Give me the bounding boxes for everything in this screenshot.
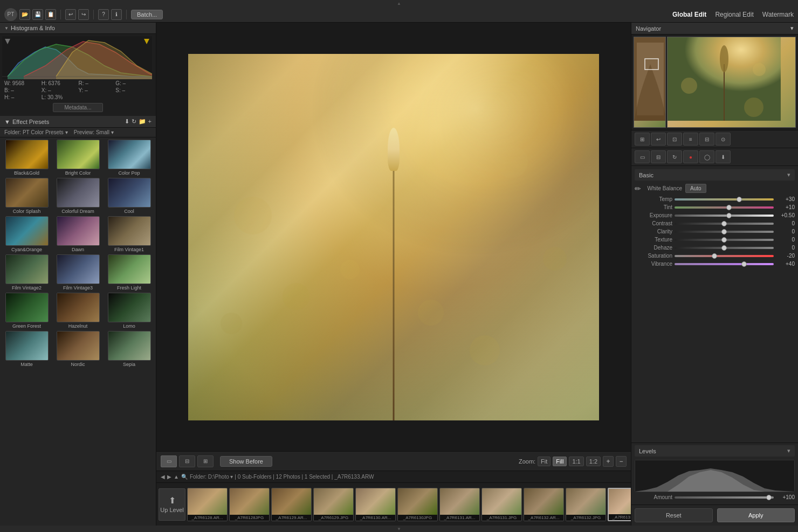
metadata-button[interactable]: Metadata...	[53, 103, 102, 112]
tint-slider[interactable]	[675, 206, 774, 209]
preset-item-fresh-light[interactable]: Fresh Light	[105, 254, 154, 291]
reset-button[interactable]: Reset	[635, 508, 713, 522]
search-icon[interactable]: 🔍	[181, 474, 188, 480]
top-handle[interactable]: ▲	[0, 0, 798, 6]
add-preset-icon[interactable]: +	[148, 118, 152, 125]
saturation-thumb[interactable]	[712, 253, 717, 259]
nav-up[interactable]: ▲	[174, 474, 179, 480]
texture-slider[interactable]	[675, 239, 774, 241]
amount-slider[interactable]	[675, 496, 774, 499]
refresh-preset-icon[interactable]: ↻	[132, 118, 136, 125]
zoom-fit[interactable]: Fit	[538, 457, 551, 466]
crop-icon[interactable]: ⊡	[667, 133, 682, 146]
zoom-in-btn[interactable]: +	[603, 456, 614, 467]
view-split-v-btn[interactable]: ⊞	[197, 455, 214, 467]
preset-item-color-pop[interactable]: Color Pop	[105, 140, 154, 176]
preset-item-nordic[interactable]: Nordic	[53, 331, 102, 367]
film-thumb-0[interactable]: _A7R6128.AR...	[187, 488, 228, 521]
up-level-button[interactable]: ⬆ Up Level	[159, 488, 185, 521]
undo-icon[interactable]: ↩	[65, 9, 76, 20]
regional-edit-tab[interactable]: Regional Edit	[715, 11, 753, 18]
save-icon[interactable]: 💾	[32, 9, 43, 20]
basic-panel-header[interactable]: Basic ▾	[635, 169, 795, 181]
preset-item-colorful-dream[interactable]: Colorful Dream	[53, 178, 102, 214]
watermark-tab[interactable]: Watermark	[762, 11, 794, 18]
preset-item-color-splash[interactable]: Color Splash	[2, 178, 51, 214]
show-before-button[interactable]: Show Before	[220, 456, 272, 467]
color-icon[interactable]: ≡	[683, 133, 698, 146]
histogram-header[interactable]: ▼ Histogram & Info	[0, 23, 156, 34]
stamp-icon[interactable]: ⊟	[651, 150, 666, 163]
temp-slider[interactable]	[675, 198, 774, 201]
download-preset-icon[interactable]: ⬇	[125, 118, 129, 125]
folder-label[interactable]: Folder: PT Color Presets ▾	[4, 129, 68, 135]
frame-icon[interactable]: ▭	[635, 150, 650, 163]
clarity-thumb[interactable]	[721, 229, 727, 234]
preview-label[interactable]: Preview: Small ▾	[74, 129, 114, 135]
preset-item-hazelnut[interactable]: Hazelnut	[53, 293, 102, 329]
ring-icon[interactable]: ◯	[699, 150, 714, 163]
navigator-dropdown-icon[interactable]: ▾	[790, 25, 794, 32]
preset-item-cyan-orange[interactable]: Cyan&Orange	[2, 216, 51, 252]
nav-thumb-small[interactable]	[634, 37, 666, 128]
film-thumb-4[interactable]: _A7R6130.AR...	[355, 488, 396, 521]
folder-preset-icon[interactable]: 📁	[139, 118, 146, 125]
adjust-icon[interactable]: ⊞	[635, 133, 650, 146]
save-as-icon[interactable]: 📋	[45, 9, 56, 20]
redo-icon[interactable]: ↪	[78, 9, 89, 20]
info-icon[interactable]: ℹ	[111, 9, 122, 20]
view-split-h-btn[interactable]: ⊟	[179, 455, 195, 467]
film-thumb-10[interactable]: _A7R6133.AR...	[608, 488, 631, 521]
film-thumb-8[interactable]: _A7R6132.AR...	[524, 488, 564, 521]
texture-thumb[interactable]	[721, 237, 727, 243]
navigator-header[interactable]: Navigator ▾	[631, 23, 798, 34]
vibrance-slider[interactable]	[675, 263, 774, 265]
view-single-btn[interactable]: ▭	[161, 455, 177, 467]
nav-forward[interactable]: ▶	[167, 474, 171, 480]
refresh-icon[interactable]: ↻	[667, 150, 682, 163]
exposure-thumb[interactable]	[726, 213, 732, 218]
eyedropper-icon[interactable]: ✏	[635, 184, 641, 193]
apply-button[interactable]: Apply	[717, 508, 795, 522]
global-edit-tab[interactable]: Global Edit	[672, 11, 706, 18]
preset-item-sepia[interactable]: Sepia	[105, 331, 154, 367]
zoom-fill[interactable]: Fill	[553, 457, 567, 466]
contrast-slider[interactable]	[675, 223, 774, 225]
film-thumb-5[interactable]: _A7R6130JPG	[397, 488, 438, 521]
help-icon[interactable]: ?	[98, 9, 109, 20]
film-thumb-2[interactable]: _A7R6129.AR...	[271, 488, 312, 521]
eye-icon[interactable]: ●	[683, 150, 698, 163]
preset-item-film-vintage3[interactable]: Film Vintage3	[53, 254, 102, 291]
preset-item-cool[interactable]: Cool	[105, 178, 154, 214]
exposure-slider[interactable]	[675, 215, 774, 217]
preset-item-film-vintage1[interactable]: Film Vintage1	[105, 216, 154, 252]
levels-header[interactable]: Levels ▾	[635, 445, 795, 457]
equalizer-icon[interactable]: ⊟	[699, 133, 714, 146]
white-balance-auto-btn[interactable]: Auto	[685, 184, 706, 193]
film-thumb-7[interactable]: _A7R6131.JPG	[481, 488, 522, 521]
tint-thumb[interactable]	[726, 205, 732, 210]
rotate-icon[interactable]: ↩	[651, 133, 666, 146]
layers-icon[interactable]: ⬇	[716, 150, 731, 163]
temp-thumb[interactable]	[737, 197, 742, 202]
preset-item-matte[interactable]: Matte	[2, 331, 51, 367]
nav-arrows[interactable]: ◀	[161, 474, 165, 480]
preset-item-film-vintage2[interactable]: Film Vintage2	[2, 254, 51, 291]
open-folder-icon[interactable]: 📂	[19, 9, 30, 20]
saturation-slider[interactable]	[675, 255, 774, 257]
preset-item-dawn[interactable]: Dawn	[53, 216, 102, 252]
circle-icon[interactable]: ⊙	[716, 133, 731, 146]
film-thumb-9[interactable]: _A7R6132.JPG	[566, 488, 606, 521]
dehaze-thumb[interactable]	[721, 245, 727, 251]
film-thumb-1[interactable]: _A7R6128JPG	[229, 488, 270, 521]
contrast-thumb[interactable]	[721, 221, 727, 226]
preset-item-bright-color[interactable]: Bright Color	[53, 140, 102, 176]
zoom-1-1[interactable]: 1:1	[569, 457, 583, 466]
film-thumb-3[interactable]: _A7R6129.JPG	[313, 488, 354, 521]
preset-item-lomo[interactable]: Lomo	[105, 293, 154, 329]
zoom-1-2[interactable]: 1:2	[586, 457, 601, 466]
preset-item-green-forest[interactable]: Green Forest	[2, 293, 51, 329]
clarity-slider[interactable]	[675, 231, 774, 233]
amount-thumb[interactable]	[766, 495, 772, 500]
bottom-handle[interactable]: ▼	[0, 526, 798, 532]
